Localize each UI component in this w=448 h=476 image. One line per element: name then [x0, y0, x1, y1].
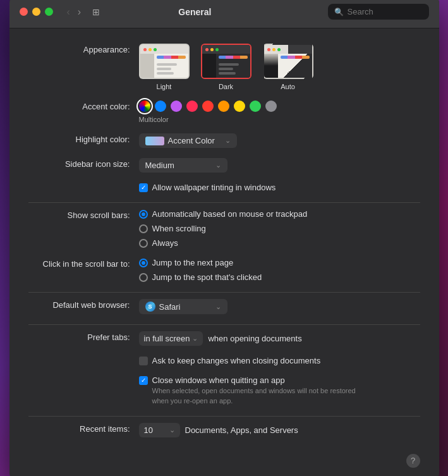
accent-color-options: Multicolor [139, 101, 420, 123]
accent-color-label: Accent color: [28, 101, 139, 111]
click-spot-label: Jump to the spot that's clicked [152, 272, 262, 282]
wallpaper-tinting-row: ✓ Allow wallpaper tinting in windows [28, 183, 420, 192]
recent-items-row: Recent items: 10 ⌄ Documents, Apps, and … [28, 423, 420, 437]
appearance-option-auto[interactable]: Auto [263, 44, 313, 90]
close-windows-checkbox[interactable]: ✓ [139, 376, 148, 385]
accent-yellow[interactable] [234, 101, 245, 112]
accent-multicolor[interactable] [139, 101, 150, 112]
recent-items-dropdown[interactable]: 10 ⌄ [139, 423, 180, 437]
divider-1 [28, 202, 420, 203]
prefer-tabs-content: in full screen ⌄ when opening documents [139, 331, 420, 346]
radio-inner-icon [142, 212, 145, 216]
ask-keep-changes-row: Ask to keep changes when closing documen… [28, 356, 420, 365]
help-button[interactable]: ? [406, 454, 420, 468]
prefer-tabs-dropdown[interactable]: in full screen ⌄ [139, 331, 203, 346]
default-browser-dropdown[interactable]: S Safari ⌄ [139, 299, 227, 314]
ask-keep-changes-checkbox-row[interactable]: Ask to keep changes when closing documen… [139, 356, 321, 365]
sidebar-icon-size-row: Sidebar icon size: Medium ⌄ [28, 158, 420, 173]
search-icon: 🔍 [334, 8, 344, 16]
prefer-tabs-suffix: when opening documents [208, 334, 301, 343]
show-scroll-bars-label: Show scroll bars: [28, 209, 139, 220]
ask-keep-changes-content: Ask to keep changes when closing documen… [139, 356, 420, 365]
highlight-color-content: Accent Color ⌄ [139, 133, 420, 148]
click-next-page-radio[interactable] [139, 259, 148, 267]
titlebar: ‹ › ⊞ General 🔍 [9, 0, 439, 28]
sidebar-icon-size-arrow-icon: ⌄ [215, 161, 221, 169]
default-browser-content: S Safari ⌄ [139, 299, 420, 314]
accent-sublabel: Multicolor [139, 116, 277, 123]
accent-orange[interactable] [218, 101, 229, 112]
prefer-tabs-inline: in full screen ⌄ when opening documents [139, 331, 302, 346]
radio-inner-icon [142, 261, 145, 265]
dark-label: Dark [219, 83, 233, 90]
accent-red[interactable] [202, 101, 214, 112]
auto-label: Auto [281, 83, 295, 90]
accent-green[interactable] [250, 101, 261, 112]
scroll-scrolling-label: When scrolling [152, 224, 206, 233]
highlight-color-row: Highlight color: Accent Color ⌄ [28, 133, 420, 148]
wallpaper-tinting-checkbox-row[interactable]: ✓ Allow wallpaper tinting in windows [139, 183, 276, 192]
scroll-scrolling-option[interactable]: When scrolling [139, 224, 308, 233]
sidebar-icon-size-value: Medium [145, 161, 212, 170]
minimize-button[interactable] [32, 8, 40, 16]
close-windows-row: ✓ Close windows when quitting an app Whe… [28, 375, 420, 406]
prefer-tabs-row: Prefer tabs: in full screen ⌄ when openi… [28, 331, 420, 346]
ask-keep-changes-checkbox[interactable] [139, 357, 148, 365]
close-windows-label: Close windows when quitting an app [152, 375, 285, 385]
wallpaper-tinting-checkbox[interactable]: ✓ [139, 183, 148, 192]
click-scroll-bar-label: Click in the scroll bar to: [28, 258, 139, 269]
browser-dropdown-arrow-icon: ⌄ [215, 303, 221, 311]
recent-items-content: 10 ⌄ Documents, Apps, and Servers [139, 423, 420, 437]
window-title: General [68, 7, 321, 17]
scroll-auto-radio[interactable] [139, 210, 148, 219]
appearance-option-dark[interactable]: Dark [201, 44, 251, 90]
recent-items-inline: 10 ⌄ Documents, Apps, and Servers [139, 423, 298, 437]
click-scroll-bar-content: Jump to the next page Jump to the spot t… [139, 258, 420, 282]
accent-graphite[interactable] [265, 101, 277, 112]
wallpaper-tinting-spacer [28, 183, 139, 184]
highlight-swatch [145, 137, 164, 145]
checkbox-check-icon2: ✓ [141, 377, 146, 384]
search-box[interactable]: 🔍 [328, 4, 429, 20]
sidebar-icon-size-content: Medium ⌄ [139, 158, 420, 173]
ask-keep-changes-spacer [28, 356, 139, 357]
maximize-button[interactable] [45, 8, 53, 16]
accent-color-row: Accent color: Multicolor [28, 101, 420, 123]
appearance-options: Light [139, 44, 420, 90]
accent-pink[interactable] [186, 101, 198, 112]
prefer-tabs-value: in full screen [144, 334, 190, 343]
search-input[interactable] [348, 7, 423, 16]
click-scroll-bar-row: Click in the scroll bar to: Jump to the … [28, 258, 420, 282]
appearance-option-light[interactable]: Light [139, 44, 190, 90]
checkbox-check-icon: ✓ [141, 184, 146, 191]
close-windows-subtext: When selected, open documents and window… [152, 386, 367, 406]
wallpaper-tinting-content: ✓ Allow wallpaper tinting in windows [139, 183, 420, 192]
highlight-color-dropdown[interactable]: Accent Color ⌄ [139, 133, 237, 148]
click-spot-radio[interactable] [139, 273, 148, 282]
highlight-color-value: Accent Color [168, 136, 221, 145]
accent-blue[interactable] [155, 101, 166, 112]
scroll-bars-radio-group: Automatically based on mouse or trackpad… [139, 209, 308, 248]
scroll-scrolling-radio[interactable] [139, 224, 148, 233]
recent-items-value: 10 [144, 425, 167, 435]
divider-4 [28, 416, 420, 417]
default-browser-value: Safari [159, 302, 212, 312]
close-button[interactable] [20, 8, 28, 16]
divider-3 [28, 324, 420, 325]
click-next-page-option[interactable]: Jump to the next page [139, 258, 262, 267]
close-windows-checkbox-row[interactable]: ✓ Close windows when quitting an app [139, 375, 367, 385]
sidebar-icon-size-label: Sidebar icon size: [28, 158, 139, 169]
prefer-tabs-arrow-icon: ⌄ [192, 334, 198, 343]
scroll-always-radio[interactable] [139, 239, 148, 248]
traffic-lights [20, 8, 53, 16]
accent-purple[interactable] [171, 101, 182, 112]
light-label: Light [157, 83, 172, 90]
sidebar-icon-size-dropdown[interactable]: Medium ⌄ [139, 158, 227, 173]
scroll-auto-option[interactable]: Automatically based on mouse or trackpad [139, 209, 308, 219]
close-windows-content: ✓ Close windows when quitting an app Whe… [139, 375, 420, 406]
click-spot-option[interactable]: Jump to the spot that's clicked [139, 272, 262, 282]
system-preferences-window: ‹ › ⊞ General 🔍 Appearance: [9, 0, 439, 476]
scroll-always-option[interactable]: Always [139, 238, 308, 248]
preferences-content: Appearance: [9, 28, 439, 476]
divider-2 [28, 292, 420, 293]
